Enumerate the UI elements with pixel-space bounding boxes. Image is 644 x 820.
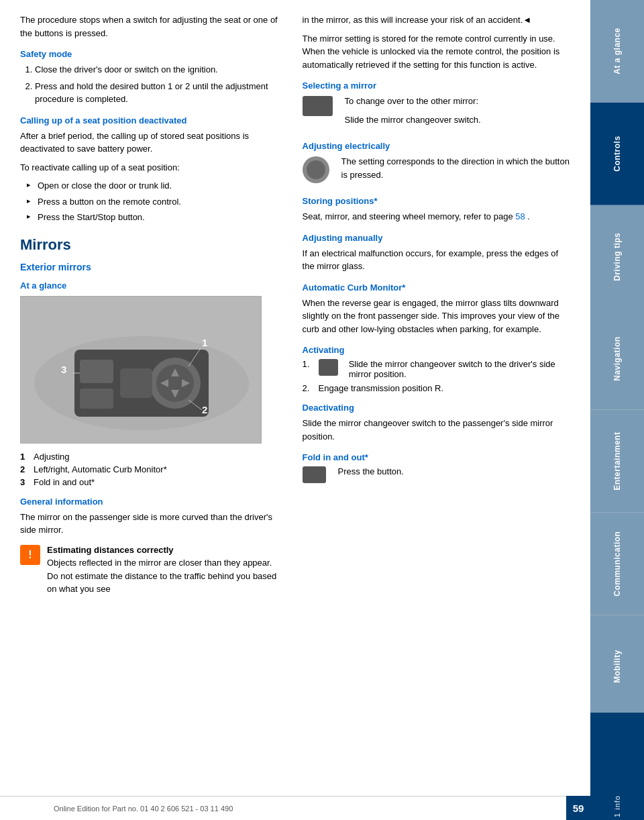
figure-num-1: 1: [20, 452, 34, 462]
figure-num-3: 3: [20, 477, 34, 487]
mirror-image-inner: 1 2 3: [21, 297, 261, 443]
safety-mode-steps: Close the driver's door or switch on the…: [20, 63, 282, 106]
mirror-rect-icon: [303, 96, 333, 116]
safety-step-2: Press and hold the desired button 1 or 2…: [35, 80, 282, 106]
mirror-image: 1 2 3: [20, 296, 262, 444]
fold-rect-icon: [303, 466, 326, 483]
svg-text:2: 2: [202, 404, 207, 415]
figure-item-3: 3 Fold in and out*: [20, 477, 282, 487]
adjusting-electrically-heading: Adjusting electrically: [303, 141, 570, 151]
activating-step-2-text: Engage transmission position R.: [319, 383, 443, 393]
figure-item-2: 2 Left/right, Automatic Curb Monitor*: [20, 464, 282, 474]
calling-step-1: Open or close the door or trunk lid.: [27, 179, 282, 193]
svg-text:3: 3: [61, 364, 66, 375]
safety-step-1: Close the driver's door or switch on the…: [35, 63, 282, 76]
figure-num-2: 2: [20, 464, 34, 474]
storing-body-text: Seat, mirror, and steering wheel memory,…: [303, 211, 513, 221]
page-wrapper: The procedure stops when a switch for ad…: [0, 0, 644, 820]
info-badge: 1 info: [590, 713, 644, 820]
warning-title: Estimating distances correctly: [47, 545, 174, 555]
storage-text: The mirror setting is stored for the rem…: [303, 32, 570, 72]
calling-up-steps: Open or close the door or trunk lid. Pre…: [20, 179, 282, 224]
warning-text: Estimating distances correctly Objects r…: [47, 544, 282, 596]
automatic-curb-heading: Automatic Curb Monitor*: [303, 283, 570, 293]
page-footer: Online Edition for Part no. 01 40 2 606 …: [0, 796, 644, 820]
selecting-mirror-step: Slide the mirror changeover switch.: [345, 113, 481, 127]
svg-rect-9: [120, 368, 152, 398]
sidebar-label-navigation: Navigation: [612, 336, 622, 380]
continue-text: in the mirror, as this will increase you…: [303, 13, 570, 27]
general-info-heading: General information: [20, 497, 282, 507]
activating-step-2: 2. Engage transmission position R.: [303, 383, 570, 393]
fold-in-out-heading: Fold in and out*: [303, 452, 570, 462]
selecting-mirror-row: To change over to the other mirror: Slid…: [303, 95, 570, 132]
selecting-mirror-heading: Selecting a mirror: [303, 81, 570, 91]
sidebar: At a glance Controls Driving tips Naviga…: [590, 0, 644, 820]
calling-step-3: Press the Start/Stop button.: [27, 211, 282, 224]
two-col-layout: The procedure stops when a switch for ad…: [20, 13, 570, 603]
adjusting-manually-body: If an electrical malfunction occurs, for…: [303, 247, 570, 273]
sidebar-tab-entertainment[interactable]: Entertainment: [590, 410, 644, 513]
sidebar-label-communication: Communication: [612, 531, 622, 597]
warning-body: Objects reflected in the mirror are clos…: [47, 558, 276, 594]
warning-icon: !: [20, 545, 40, 565]
activating-step-1-text: Slide the mirror changeover switch to th…: [349, 359, 570, 379]
warning-box: ! Estimating distances correctly Objects…: [20, 544, 282, 596]
sidebar-tab-at-a-glance[interactable]: At a glance: [590, 0, 644, 103]
figure-label-2: Left/right, Automatic Curb Monitor*: [34, 464, 167, 474]
sidebar-tab-communication[interactable]: Communication: [590, 513, 644, 615]
sidebar-tab-navigation[interactable]: Navigation: [590, 307, 644, 410]
general-info-body: The mirror on the passenger side is more…: [20, 511, 282, 537]
left-column: The procedure stops when a switch for ad…: [20, 13, 296, 603]
figure-list: 1 Adjusting 2 Left/right, Automatic Curb…: [20, 452, 282, 487]
mirrors-heading: Mirrors: [20, 236, 282, 254]
sidebar-label-controls: Controls: [612, 136, 622, 171]
right-column: in the mirror, as this will increase you…: [296, 13, 570, 603]
at-a-glance-label: At a glance: [20, 280, 282, 291]
sidebar-tab-mobility[interactable]: Mobility: [590, 615, 644, 718]
sidebar-label-entertainment: Entertainment: [612, 432, 622, 491]
calling-up-body1: After a brief period, the calling up of …: [20, 130, 282, 156]
calling-step-2: Press a button on the remote control.: [27, 195, 282, 209]
selecting-mirror-text: To change over to the other mirror: Slid…: [345, 95, 481, 132]
intro-paragraph: The procedure stops when a switch for ad…: [20, 13, 282, 40]
svg-rect-10: [80, 360, 113, 383]
automatic-curb-body: When the reverse gear is engaged, the mi…: [303, 297, 570, 336]
sidebar-tab-controls[interactable]: Controls: [590, 103, 644, 205]
edition-text: Online Edition for Part no. 01 40 2 606 …: [54, 805, 233, 813]
activating-icon-1: [319, 359, 338, 376]
activating-step-1-num: 1.: [303, 359, 313, 369]
fold-in-out-body: Press the button.: [338, 466, 404, 476]
calling-up-body2: To reactivate calling up of a seat posit…: [20, 161, 282, 174]
svg-rect-11: [80, 389, 113, 409]
adjusting-manually-heading: Adjusting manually: [303, 233, 570, 243]
adjust-circle-inner: [307, 160, 325, 179]
storing-positions-heading: Storing positions*: [303, 196, 570, 206]
sidebar-tab-driving-tips[interactable]: Driving tips: [590, 205, 644, 308]
sidebar-label-mobility: Mobility: [612, 650, 622, 682]
main-content: The procedure stops when a switch for ad…: [0, 0, 590, 820]
storing-body-end: .: [527, 211, 530, 221]
adjusting-electrically-body: The setting corresponds to the direction…: [341, 155, 570, 181]
adjusting-electrically-row: The setting corresponds to the direction…: [303, 155, 570, 187]
calling-up-heading: Calling up of a seat position deactivate…: [20, 115, 282, 125]
info-badge-text: 1 info: [613, 795, 621, 817]
sidebar-label-at-a-glance: At a glance: [612, 28, 622, 75]
activating-step-1: 1. Slide the mirror changeover switch to…: [303, 359, 570, 379]
sidebar-label-driving-tips: Driving tips: [612, 232, 622, 280]
exterior-mirrors-heading: Exterior mirrors: [20, 262, 282, 272]
figure-label-3: Fold in and out*: [34, 477, 95, 487]
page-number: 59: [566, 796, 590, 820]
figure-label-1: Adjusting: [34, 452, 69, 462]
deactivating-body: Slide the mirror changeover switch to th…: [303, 417, 570, 443]
selecting-mirror-body: To change over to the other mirror:: [345, 95, 481, 108]
adjust-circle-icon: [303, 156, 329, 183]
deactivating-heading: Deactivating: [303, 403, 570, 413]
fold-in-out-row: Press the button.: [303, 466, 570, 483]
mirror-illustration-svg: 1 2 3: [21, 296, 261, 444]
figure-item-1: 1 Adjusting: [20, 452, 282, 462]
safety-mode-heading: Safety mode: [20, 49, 282, 59]
activating-step-2-num: 2.: [303, 383, 313, 393]
storing-page-link[interactable]: 58: [515, 211, 525, 221]
storing-positions-body: Seat, mirror, and steering wheel memory,…: [303, 210, 570, 223]
